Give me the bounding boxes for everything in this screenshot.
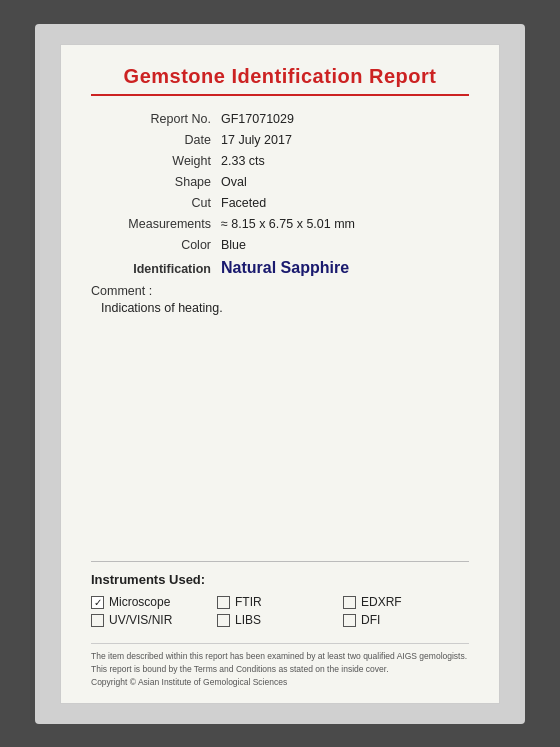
identification-row: Identification Natural Sapphire — [91, 259, 469, 277]
checkbox-libs — [217, 614, 230, 627]
identification-value: Natural Sapphire — [221, 259, 349, 277]
identification-label: Identification — [91, 262, 221, 276]
document: Gemstone Identification Report Report No… — [60, 44, 500, 704]
instrument-edxrf-label: EDXRF — [361, 595, 402, 609]
cut-value: Faceted — [221, 196, 266, 210]
measurements-row: Measurements ≈ 8.15 x 6.75 x 5.01 mm — [91, 217, 469, 231]
instruments-section: Instruments Used: ✓ Microscope FTIR EDXR… — [91, 561, 469, 637]
instrument-microscope: ✓ Microscope — [91, 595, 217, 609]
date-value: 17 July 2017 — [221, 133, 292, 147]
instrument-libs-label: LIBS — [235, 613, 261, 627]
comment-text: Indications of heating. — [91, 301, 469, 315]
color-value: Blue — [221, 238, 246, 252]
checkbox-ftir — [217, 596, 230, 609]
color-label: Color — [91, 238, 221, 252]
shape-row: Shape Oval — [91, 175, 469, 189]
measurements-label: Measurements — [91, 217, 221, 231]
checkbox-dfi — [343, 614, 356, 627]
footer-line1: The item described within this report ha… — [91, 650, 469, 663]
date-label: Date — [91, 133, 221, 147]
weight-label: Weight — [91, 154, 221, 168]
report-no-row: Report No. GF17071029 — [91, 112, 469, 126]
weight-row: Weight 2.33 cts — [91, 154, 469, 168]
instrument-ftir: FTIR — [217, 595, 343, 609]
instrument-ftir-label: FTIR — [235, 595, 262, 609]
divider-area — [91, 331, 469, 551]
checkbox-edxrf — [343, 596, 356, 609]
shape-value: Oval — [221, 175, 247, 189]
report-no-value: GF17071029 — [221, 112, 294, 126]
checkbox-microscope: ✓ — [91, 596, 104, 609]
instrument-microscope-label: Microscope — [109, 595, 170, 609]
cut-row: Cut Faceted — [91, 196, 469, 210]
instrument-dfi: DFI — [343, 613, 469, 627]
instrument-libs: LIBS — [217, 613, 343, 627]
color-row: Color Blue — [91, 238, 469, 252]
instrument-edxrf: EDXRF — [343, 595, 469, 609]
outer-frame: Gemstone Identification Report Report No… — [35, 24, 525, 724]
date-row: Date 17 July 2017 — [91, 133, 469, 147]
report-no-label: Report No. — [91, 112, 221, 126]
footer-line2: This report is bound by the Terms and Co… — [91, 663, 469, 676]
shape-label: Shape — [91, 175, 221, 189]
measurements-value: ≈ 8.15 x 6.75 x 5.01 mm — [221, 217, 355, 231]
checkbox-uvvisnir — [91, 614, 104, 627]
instruments-title: Instruments Used: — [91, 572, 469, 587]
instrument-uvvisnir-label: UV/VIS/NIR — [109, 613, 172, 627]
footer-text: The item described within this report ha… — [91, 643, 469, 688]
fields-section: Report No. GF17071029 Date 17 July 2017 … — [91, 112, 469, 332]
footer-line3: Copyright © Asian Institute of Gemologic… — [91, 676, 469, 689]
instrument-dfi-label: DFI — [361, 613, 380, 627]
document-title: Gemstone Identification Report — [91, 65, 469, 88]
instrument-uvvisnir: UV/VIS/NIR — [91, 613, 217, 627]
weight-value: 2.33 cts — [221, 154, 265, 168]
cut-label: Cut — [91, 196, 221, 210]
comment-label: Comment : — [91, 284, 469, 298]
title-underline — [91, 94, 469, 96]
comment-section: Comment : Indications of heating. — [91, 284, 469, 315]
instruments-grid: ✓ Microscope FTIR EDXRF UV/VIS/NIR — [91, 595, 469, 627]
